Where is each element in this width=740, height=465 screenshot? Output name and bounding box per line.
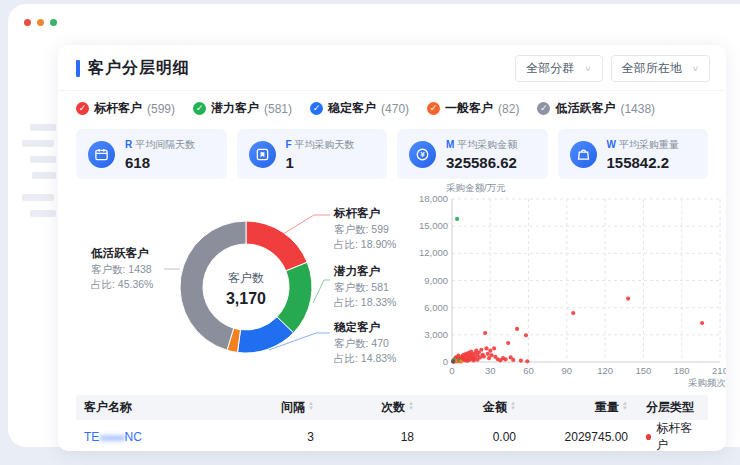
table-header-1[interactable]: 间隔▲▼: [234, 399, 324, 416]
donut-leader-line: [313, 280, 330, 303]
y-tick-label: 3,000: [424, 329, 448, 340]
filter-dropdown-0[interactable]: 全部分群∨: [515, 55, 602, 82]
bookmark-icon: [249, 141, 276, 168]
scatter-point[interactable]: [455, 217, 459, 221]
table-header-0: 客户名称: [76, 399, 234, 416]
sidebar-skeleton-bar: [32, 172, 56, 179]
scatter-point[interactable]: [483, 331, 487, 335]
scatter-svg: 03,0006,0009,00012,00015,00018,000030609…: [414, 181, 726, 387]
charts-section: 客户数 3,170 标杆客户客户数: 599占比: 18.90%潜力客户客户数:…: [58, 179, 726, 387]
scatter-point[interactable]: [479, 348, 483, 352]
table-header-3[interactable]: 金额▲▼: [424, 399, 526, 416]
scatter-point[interactable]: [511, 358, 515, 362]
scatter-point[interactable]: [515, 327, 519, 331]
x-tick-label: 90: [562, 365, 573, 376]
legend-item-0[interactable]: ✓标杆客户(599): [76, 100, 175, 117]
legend-item-3[interactable]: ✓一般客户(82): [427, 100, 519, 117]
donut-center-label: 客户数: [201, 270, 291, 287]
donut-callout-name: 稳定客户: [334, 319, 396, 336]
sort-icon[interactable]: ▲▼: [510, 403, 516, 413]
donut-callout-count: 客户数: 581: [334, 280, 396, 295]
metric-card-M: ¥M平均采购金额325586.62: [397, 129, 548, 179]
sidebar-skeleton-bar: [22, 194, 54, 201]
bag-icon: [570, 141, 597, 168]
y-tick-label: 18,000: [419, 193, 448, 204]
customer-name-link[interactable]: TE●●●●●NC: [76, 430, 234, 444]
y-tick-label: 12,000: [419, 247, 448, 258]
cell-interval: 3: [234, 430, 324, 444]
legend-label: 一般客户: [445, 100, 493, 117]
calendar-icon: [88, 141, 115, 168]
donut-callout-name: 潜力客户: [334, 263, 396, 280]
table-header-label: 金额: [483, 400, 507, 414]
metric-value: 325586.62: [446, 154, 517, 171]
y-tick-label: 0: [443, 356, 448, 367]
chevron-down-icon: ∨: [692, 64, 699, 73]
legend-count: (599): [147, 102, 175, 116]
metric-text: F平均采购天数1: [286, 138, 355, 171]
y-tick-label: 9,000: [424, 275, 448, 286]
scatter-point[interactable]: [506, 341, 510, 345]
metric-card-F: F平均采购天数1: [237, 129, 388, 179]
sidebar-skeleton-bar: [30, 156, 56, 163]
donut-center-value: 3,170: [201, 290, 291, 308]
table-header: 客户名称间隔▲▼次数▲▼金额▲▼重量▲▼分层类型: [76, 395, 708, 420]
donut-callout-标杆客户: 标杆客户客户数: 599占比: 18.90%: [334, 205, 396, 252]
scatter-point[interactable]: [482, 354, 486, 358]
filter-dropdown-1[interactable]: 全部所在地∨: [611, 55, 710, 82]
window-control-dot-1[interactable]: [37, 19, 44, 26]
scatter-point[interactable]: [451, 359, 455, 363]
table-header-label: 客户名称: [84, 400, 132, 414]
y-tick-label: 15,000: [419, 220, 448, 231]
legend-item-4[interactable]: ✓低活跃客户(1438): [537, 100, 655, 117]
scatter-point[interactable]: [519, 358, 523, 362]
scatter-point[interactable]: [489, 353, 493, 357]
svg-text:¥: ¥: [420, 150, 425, 159]
scatter-point[interactable]: [700, 321, 704, 325]
table-body: TE●●●●●NC3180.002029745.00标杆客户M●●●●●●GIS…: [76, 420, 708, 451]
cell-amount: 0.00: [424, 430, 526, 444]
table-header-2[interactable]: 次数▲▼: [324, 399, 424, 416]
legend-label: 标杆客户: [94, 100, 142, 117]
cell-weight: 2029745.00: [526, 430, 638, 444]
window-control-dot-0[interactable]: [24, 19, 31, 26]
scatter-point[interactable]: [492, 346, 496, 350]
scatter-point[interactable]: [504, 357, 508, 361]
metric-value: 155842.2: [607, 154, 679, 171]
sort-icon[interactable]: ▲▼: [308, 403, 314, 413]
scatter-point[interactable]: [524, 333, 528, 337]
window-control-dot-2[interactable]: [50, 19, 57, 26]
scatter-chart[interactable]: 03,0006,0009,00012,00015,00018,000030609…: [414, 181, 726, 387]
y-tick-label: 6,000: [424, 302, 448, 313]
scatter-point[interactable]: [571, 311, 575, 315]
x-tick-label: 180: [674, 365, 690, 376]
legend-item-1[interactable]: ✓潜力客户(581): [193, 100, 292, 117]
scatter-point[interactable]: [459, 359, 463, 363]
donut-callout-count: 客户数: 599: [334, 222, 396, 237]
metric-value: 618: [125, 154, 195, 171]
scatter-point[interactable]: [525, 359, 529, 363]
donut-slice-标杆客户[interactable]: [246, 221, 307, 271]
legend-check-icon: ✓: [193, 102, 206, 115]
donut-callout-count: 客户数: 1438: [91, 262, 153, 277]
legend-check-icon: ✓: [310, 102, 323, 115]
donut-chart[interactable]: 客户数 3,170 标杆客户客户数: 599占比: 18.90%潜力客户客户数:…: [78, 181, 414, 387]
scatter-point[interactable]: [484, 346, 488, 350]
donut-callout-pct: 占比: 45.36%: [91, 277, 153, 292]
legend-item-2[interactable]: ✓稳定客户(470): [310, 100, 409, 117]
legend-count: (82): [498, 102, 519, 116]
table-header-4[interactable]: 重量▲▼: [526, 399, 638, 416]
table-header-label: 间隔: [281, 400, 305, 414]
table-header-label: 次数: [381, 400, 405, 414]
metric-label: R平均间隔天数: [125, 138, 195, 152]
x-tick-label: 120: [597, 365, 613, 376]
cell-segment-type: 标杆客户: [638, 449, 708, 451]
filter-dropdown-label: 全部所在地: [622, 60, 682, 77]
donut-callout-pct: 占比: 14.83%: [334, 351, 396, 366]
scatter-point[interactable]: [626, 297, 630, 301]
donut-callout-低活跃客户: 低活跃客户客户数: 1438占比: 45.36%: [91, 245, 153, 292]
sort-icon[interactable]: ▲▼: [408, 403, 414, 413]
table-row: TE●●●●●NC3180.002029745.00标杆客户: [76, 420, 708, 449]
scatter-point[interactable]: [488, 349, 492, 353]
sort-icon[interactable]: ▲▼: [622, 403, 628, 413]
